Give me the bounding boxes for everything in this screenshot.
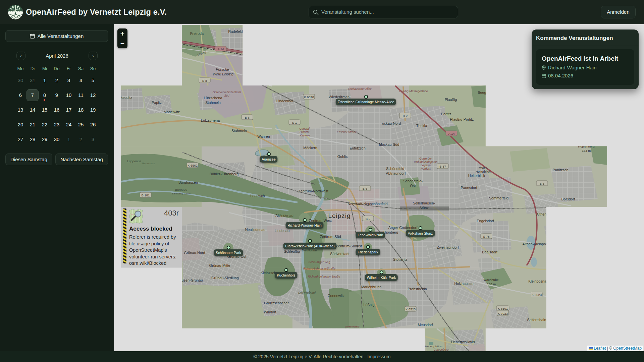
svg-text:OpenStreetMap's: OpenStreetMap's bbox=[129, 247, 167, 253]
svg-text:volunteer-run servers:: volunteer-run servers: bbox=[129, 254, 176, 259]
svg-text:Access blocked: Access blocked bbox=[129, 226, 172, 232]
svg-text:403r: 403r bbox=[164, 209, 179, 217]
svg-text:Referer is required by: Referer is required by bbox=[129, 234, 176, 240]
svg-text:tile usage policy of: tile usage policy of bbox=[129, 241, 169, 246]
svg-text:osm.wiki/Blocked: osm.wiki/Blocked bbox=[129, 260, 166, 266]
